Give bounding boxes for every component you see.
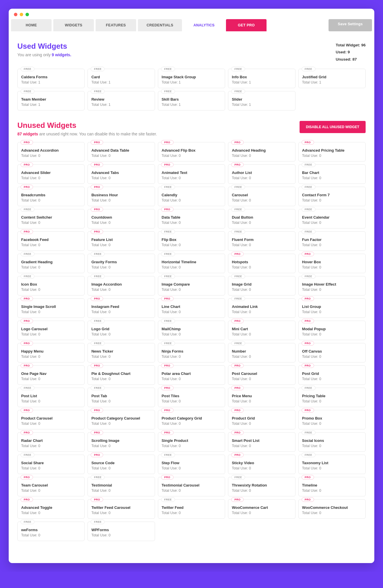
- widget-card[interactable]: FREEPost ListTotal Use: 0: [17, 388, 85, 407]
- widget-card[interactable]: PROLine ChartTotal Use: 0: [158, 298, 225, 318]
- widget-card[interactable]: PROWooCommerce CartTotal Use: 0: [228, 499, 295, 519]
- widget-card[interactable]: PROWooCommerce CheckoutTotal Use: 0: [298, 499, 366, 519]
- disable-all-button[interactable]: DISABLE ALL UNUSED WIDGET: [300, 121, 366, 133]
- widget-card[interactable]: FREEImage Hover EffectTotal Use: 0: [298, 276, 366, 295]
- widget-card[interactable]: FREEIcon BoxTotal Use: 0: [17, 276, 85, 295]
- minimize-dot[interactable]: [20, 13, 23, 16]
- widget-card[interactable]: FREEGradient HeadingTotal Use: 0: [17, 254, 85, 273]
- widget-card[interactable]: FREEMailChimpTotal Use: 0: [158, 321, 225, 340]
- widget-card[interactable]: FREECalendlyTotal Use: 0: [158, 187, 225, 206]
- tab-get-pro[interactable]: GET PRO: [226, 19, 267, 31]
- widget-card[interactable]: PROPolar area ChartTotal Use: 0: [158, 365, 225, 385]
- widget-card[interactable]: FREETestimonialTotal Use: 0: [87, 477, 155, 496]
- widget-card[interactable]: PROHover BoxTotal Use: 0: [298, 254, 366, 273]
- widget-card[interactable]: PROSingle ProductTotal Use: 0: [158, 432, 225, 452]
- widget-card[interactable]: FREEReviewTotal Use: 1: [87, 91, 155, 110]
- widget-card[interactable]: PROPie & Doughnut ChartTotal Use: 0: [87, 365, 155, 385]
- widget-card[interactable]: PROOff CanvasTotal Use: 0: [298, 343, 366, 362]
- widget-card[interactable]: FREEAnimated LinkTotal Use: 0: [228, 298, 295, 318]
- widget-card[interactable]: PROFacebook FeedTotal Use: 0: [17, 231, 85, 251]
- widget-card[interactable]: FREEWPFormsTotal Use: 0: [87, 522, 155, 541]
- widget-card[interactable]: PROAdvanced AccordionTotal Use: 0: [17, 142, 85, 161]
- widget-card[interactable]: PROPromo BoxTotal Use: 0: [298, 410, 366, 429]
- widget-card[interactable]: FREELogo GridTotal Use: 0: [87, 321, 155, 340]
- widget-card[interactable]: PROPost CarouselTotal Use: 0: [228, 365, 295, 385]
- widget-card[interactable]: FREESocial IconsTotal Use: 0: [298, 432, 366, 452]
- widget-card[interactable]: FREESocial ShareTotal Use: 0: [17, 455, 85, 474]
- widget-card[interactable]: FREETeam MemberTotal Use: 1: [17, 91, 85, 110]
- widget-card[interactable]: PROInstagram FeedTotal Use: 0: [87, 298, 155, 318]
- widget-card[interactable]: PROPost GridTotal Use: 0: [298, 365, 366, 385]
- tab-analytics[interactable]: ANALYTICS: [184, 19, 224, 31]
- widget-card[interactable]: PROProduct Category CarouselTotal Use: 0: [87, 410, 155, 429]
- widget-card[interactable]: FREETaxonomy ListTotal Use: 0: [298, 455, 366, 474]
- widget-card[interactable]: PROMini CartTotal Use: 0: [228, 321, 295, 340]
- widget-card[interactable]: PROSticky VideoTotal Use: 0: [228, 455, 295, 474]
- widget-card[interactable]: FREEJustified GridTotal Use: 1: [298, 69, 366, 88]
- widget-card[interactable]: PROAdvanced Pricing TableTotal Use: 0: [298, 142, 366, 161]
- widget-card[interactable]: FREECarouselTotal Use: 0: [228, 187, 295, 206]
- widget-card[interactable]: PROTeam CarouselTotal Use: 0: [17, 477, 85, 496]
- maximize-dot[interactable]: [25, 13, 29, 16]
- widget-card[interactable]: FREEFun FactorTotal Use: 0: [298, 231, 366, 251]
- widget-card[interactable]: FREEContact Form 7Total Use: 0: [298, 187, 366, 206]
- widget-card[interactable]: PROHotspotsTotal Use: 0: [228, 254, 295, 273]
- widget-card[interactable]: PROProduct GridTotal Use: 0: [228, 410, 295, 429]
- widget-card[interactable]: FREEFlip BoxTotal Use: 0: [158, 231, 225, 251]
- widget-card[interactable]: PROAdvanced TabsTotal Use: 0: [87, 164, 155, 184]
- widget-card[interactable]: PROTestimonial CarouselTotal Use: 0: [158, 477, 225, 496]
- widget-card[interactable]: FREEContent SwitcherTotal Use: 0: [17, 209, 85, 228]
- widget-card[interactable]: PROTwitter Feed CarouselTotal Use: 0: [87, 499, 155, 519]
- widget-card[interactable]: FREESliderTotal Use: 1: [228, 91, 295, 110]
- widget-card[interactable]: FREEStep FlowTotal Use: 0: [158, 455, 225, 474]
- widget-card[interactable]: PROProduct Category GridTotal Use: 0: [158, 410, 225, 429]
- widget-card[interactable]: PROPrice MenuTotal Use: 0: [228, 388, 295, 407]
- widget-card[interactable]: FREEImage Stack GroupTotal Use: 1: [158, 69, 225, 88]
- widget-card[interactable]: FREEImage CompareTotal Use: 0: [158, 276, 225, 295]
- close-dot[interactable]: [14, 13, 17, 16]
- widget-card[interactable]: FREEImage AccordionTotal Use: 0: [87, 276, 155, 295]
- widget-card[interactable]: FREEPricing TableTotal Use: 0: [298, 388, 366, 407]
- widget-card[interactable]: PROSource CodeTotal Use: 0: [87, 455, 155, 474]
- widget-card[interactable]: FREEImage GridTotal Use: 0: [228, 276, 295, 295]
- widget-card[interactable]: FREEDual ButtonTotal Use: 0: [228, 209, 295, 228]
- widget-card[interactable]: FREEBar ChartTotal Use: 0: [298, 164, 366, 184]
- widget-card[interactable]: PROList GroupTotal Use: 0: [298, 298, 366, 318]
- widget-card[interactable]: PROAuthor ListTotal Use: 0: [228, 164, 295, 184]
- widget-card[interactable]: PROAdvanced SliderTotal Use: 0: [17, 164, 85, 184]
- widget-card[interactable]: FREENinja FormsTotal Use: 0: [158, 343, 225, 362]
- widget-card[interactable]: PROOne Page NavTotal Use: 0: [17, 365, 85, 385]
- widget-card[interactable]: FREEweFormsTotal Use: 0: [17, 522, 85, 541]
- widget-card[interactable]: PROScrolling ImageTotal Use: 0: [87, 432, 155, 452]
- widget-card[interactable]: PROProduct CarouselTotal Use: 0: [17, 410, 85, 429]
- widget-card[interactable]: PROAnimated TextTotal Use: 0: [158, 164, 225, 184]
- save-settings-button[interactable]: Save Settings: [329, 19, 372, 31]
- widget-card[interactable]: PROAdvanced ToggleTotal Use: 0: [17, 499, 85, 519]
- widget-card[interactable]: PROCountdownTotal Use: 0: [87, 209, 155, 228]
- widget-card[interactable]: FREEGravity FormsTotal Use: 0: [87, 254, 155, 273]
- widget-card[interactable]: PROSmart Post ListTotal Use: 0: [228, 432, 295, 452]
- widget-card[interactable]: PROBreadcrumbsTotal Use: 0: [17, 187, 85, 206]
- widget-card[interactable]: PROData TableTotal Use: 0: [158, 209, 225, 228]
- widget-card[interactable]: FREECardTotal Use: 1: [87, 69, 155, 88]
- widget-card[interactable]: PROAdvanced HeadingTotal Use: 0: [228, 142, 295, 161]
- widget-card[interactable]: FREEInfo BoxTotal Use: 1: [228, 69, 295, 88]
- widget-card[interactable]: FREEEvent CalendarTotal Use: 0: [298, 209, 366, 228]
- widget-card[interactable]: PROHappy MenuTotal Use: 0: [17, 343, 85, 362]
- widget-card[interactable]: PROPost TilesTotal Use: 0: [158, 388, 225, 407]
- widget-card[interactable]: FREENews TickerTotal Use: 0: [87, 343, 155, 362]
- widget-card[interactable]: PROTimelineTotal Use: 0: [298, 477, 366, 496]
- tab-credentials[interactable]: CREDENTIALS: [138, 19, 182, 31]
- widget-card[interactable]: FREECaldera FormsTotal Use: 1: [17, 69, 85, 88]
- widget-card[interactable]: FREETwitter FeedTotal Use: 0: [158, 499, 225, 519]
- widget-card[interactable]: FREENumberTotal Use: 0: [228, 343, 295, 362]
- tab-widgets[interactable]: WIDGETS: [53, 19, 94, 31]
- tab-features[interactable]: FEATURES: [96, 19, 136, 31]
- widget-card[interactable]: PROModal PopupTotal Use: 0: [298, 321, 366, 340]
- widget-card[interactable]: FREEHorizontal TimelineTotal Use: 0: [158, 254, 225, 273]
- widget-card[interactable]: PROSingle Image ScrollTotal Use: 0: [17, 298, 85, 318]
- widget-card[interactable]: FREEThreesixty RotationTotal Use: 0: [228, 477, 295, 496]
- widget-card[interactable]: PRORadar ChartTotal Use: 0: [17, 432, 85, 452]
- widget-card[interactable]: FREESkill BarsTotal Use: 1: [158, 91, 225, 110]
- widget-card[interactable]: FREEFluent FormTotal Use: 0: [228, 231, 295, 251]
